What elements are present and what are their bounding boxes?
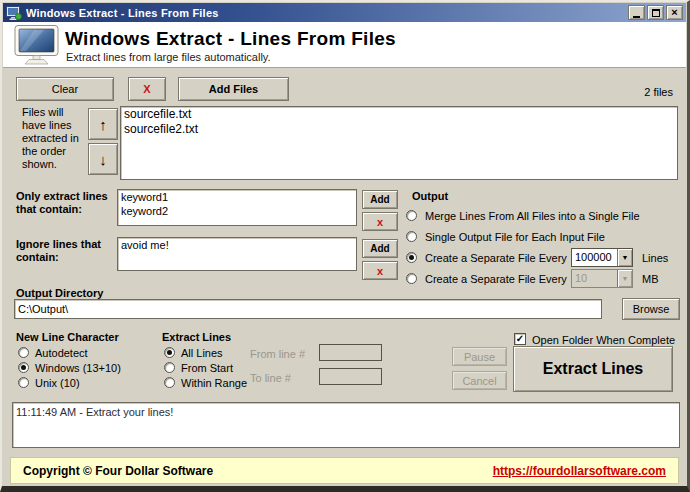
minimize-icon [633,16,640,18]
radio-split-by-mb[interactable] [406,273,417,284]
ignore-filter-label: Ignore lines that contain: [16,238,116,264]
radio-label[interactable]: All Lines [181,347,223,359]
ignore-add-button[interactable]: Add [362,239,398,258]
maximize-icon [652,9,660,17]
radio-label[interactable]: Within Range [181,377,247,389]
radio-label[interactable]: Create a Separate File Every [425,273,567,285]
list-item[interactable]: keyword1 [118,190,356,204]
radio-all-lines[interactable] [164,347,175,358]
lines-unit-label: Lines [642,252,668,264]
radio-label[interactable]: Single Output File for Each Input File [425,231,605,243]
radio-autodetect[interactable] [18,347,29,358]
log-line: 11:11:49 AM - Extract your lines! [13,403,679,419]
extract-lines-heading: Extract Lines [162,331,231,343]
arrow-down-icon: ↓ [99,151,107,168]
file-order-hint: Files will have lines extracted in the o… [22,106,86,171]
maximize-button[interactable] [647,5,664,20]
cancel-button: Cancel [452,371,507,390]
radio-label[interactable]: Windows (13+10) [35,362,121,374]
open-folder-label[interactable]: Open Folder When Complete [532,334,675,346]
move-up-button[interactable]: ↑ [88,108,118,140]
output-directory-value: C:\Output\ [15,300,601,318]
move-down-button[interactable]: ↓ [88,143,118,175]
radio-windows-newline[interactable] [18,362,29,373]
chevron-down-icon[interactable]: ▼ [617,249,632,266]
list-item[interactable]: sourcefile2.txt [121,122,677,137]
radio-label[interactable]: Unix (10) [35,377,80,389]
dropdown-value: 10 [572,270,617,287]
to-line-input [319,368,382,385]
check-icon: ✓ [516,334,524,344]
ignore-filter-list[interactable]: avoid me! [117,237,357,271]
page-subtitle: Extract lines from large files automatic… [66,51,271,63]
footer-bar: Copyright © Four Dollar Software https:/… [10,457,679,484]
include-add-button[interactable]: Add [362,190,398,209]
remove-file-button[interactable]: X [128,77,166,101]
monitor-icon [14,25,60,67]
arrow-up-icon: ↑ [99,116,107,133]
open-folder-checkbox[interactable]: ✓ [514,333,526,345]
radio-file-per-input[interactable] [406,231,417,242]
to-line-label: To line # [250,372,291,384]
file-count: 2 files [644,86,673,98]
output-heading: Output [412,190,448,202]
list-item[interactable]: sourcefile.txt [121,107,677,122]
radio-label[interactable]: Autodetect [35,347,88,359]
include-filter-list[interactable]: keyword1 keyword2 [117,189,357,226]
include-remove-button[interactable]: x [362,212,398,231]
website-link[interactable]: https://fourdollarsoftware.com [493,464,666,478]
from-line-label: From line # [250,348,305,360]
radio-split-by-lines[interactable] [406,252,417,263]
mb-unit-label: MB [642,273,659,285]
list-item[interactable]: avoid me! [118,238,356,252]
radio-label[interactable]: From Start [181,362,233,374]
add-files-button[interactable]: Add Files [178,77,289,101]
extract-lines-button[interactable]: Extract Lines [513,346,673,392]
minimize-button[interactable] [628,5,645,20]
radio-within-range[interactable] [164,377,175,388]
pause-button: Pause [452,347,507,366]
close-icon: × [671,7,677,18]
browse-button[interactable]: Browse [622,298,680,320]
output-directory-label: Output Directory [16,287,103,299]
copyright-text: Copyright © Four Dollar Software [23,464,213,478]
chevron-down-icon: ▼ [617,270,632,287]
radio-unix-newline[interactable] [18,377,29,388]
app-icon [6,6,22,20]
file-list[interactable]: sourcefile.txt sourcefile2.txt [120,106,678,180]
output-directory-input[interactable]: C:\Output\ [14,299,602,319]
close-button[interactable]: × [666,5,683,20]
ignore-remove-button[interactable]: x [362,261,398,280]
clear-button[interactable]: Clear [16,77,114,101]
log-output[interactable]: 11:11:49 AM - Extract your lines! [12,402,680,448]
mb-count-dropdown: 10 ▼ [571,269,633,288]
newline-heading: New Line Character [16,331,119,343]
list-item[interactable]: keyword2 [118,204,356,218]
window-title: Windows Extract - Lines From Files [26,7,628,19]
lines-count-dropdown[interactable]: 100000 ▼ [571,248,633,267]
page-title: Windows Extract - Lines From Files [65,28,396,50]
title-bar: Windows Extract - Lines From Files × [3,3,686,22]
radio-from-start[interactable] [164,362,175,373]
include-filter-label: Only extract lines that contain: [16,190,116,216]
from-line-input [319,344,382,361]
radio-label[interactable]: Create a Separate File Every [425,252,567,264]
radio-label[interactable]: Merge Lines From All Files into a Single… [425,210,640,222]
radio-merge-single-file[interactable] [406,210,417,221]
dropdown-value: 100000 [572,249,617,266]
app-header: Windows Extract - Lines From Files Extra… [3,22,686,68]
app-window: Windows Extract - Lines From Files × [0,0,690,492]
